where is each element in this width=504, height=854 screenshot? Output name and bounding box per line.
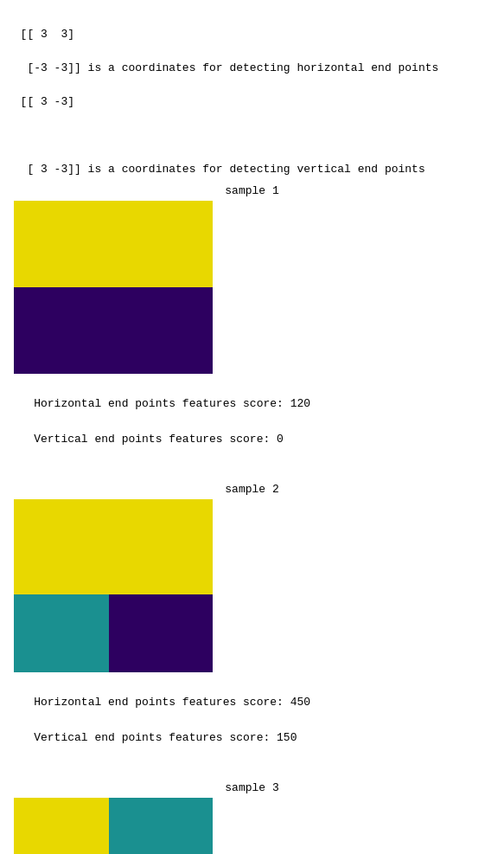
sample2-bottom-right-block — [109, 594, 213, 672]
sample1-scores: Horizontal end points features score: 12… — [7, 377, 497, 467]
sample1-section: sample 1 Horizontal end points features … — [7, 184, 497, 467]
sample2-title: sample 2 — [7, 483, 497, 496]
sample3-top-right-block — [109, 798, 213, 854]
sample1-image — [14, 201, 213, 374]
sample3-section: sample 3 Horizontal end points features … — [7, 781, 497, 854]
sample3-top-row — [14, 798, 213, 854]
sample3-title: sample 3 — [7, 781, 497, 794]
sample1-top-block — [14, 201, 213, 287]
sample3-image — [14, 798, 213, 854]
sample2-image — [14, 499, 213, 672]
sample2-bottom-left-block — [14, 594, 109, 672]
code-line2: [-3 -3]] is a coordinates for detecting … — [21, 61, 439, 74]
code-block: [[ 3 3] [-3 -3]] is a coordinates for de… — [7, 9, 497, 177]
sample2-section: sample 2 Horizontal end points features … — [7, 483, 497, 766]
sample1-title: sample 1 — [7, 184, 497, 197]
sample3-top-left-block — [14, 798, 109, 854]
sample2-score-v: Vertical end points features score: 150 — [34, 731, 297, 744]
sample2-top-block — [14, 499, 213, 594]
code-line1: [[ 3 3] — [21, 28, 74, 41]
sample1-bottom-block — [14, 287, 213, 374]
sample2-scores: Horizontal end points features score: 45… — [7, 676, 497, 766]
code-line5: [ 3 -3]] is a coordinates for detecting … — [21, 163, 425, 176]
code-line3: [[ 3 -3] — [21, 95, 74, 108]
sample1-score-v: Vertical end points features score: 0 — [34, 433, 284, 446]
sample2-bottom-row — [14, 594, 213, 672]
sample1-score-h: Horizontal end points features score: 12… — [34, 397, 310, 410]
sample2-score-h: Horizontal end points features score: 45… — [34, 696, 310, 709]
